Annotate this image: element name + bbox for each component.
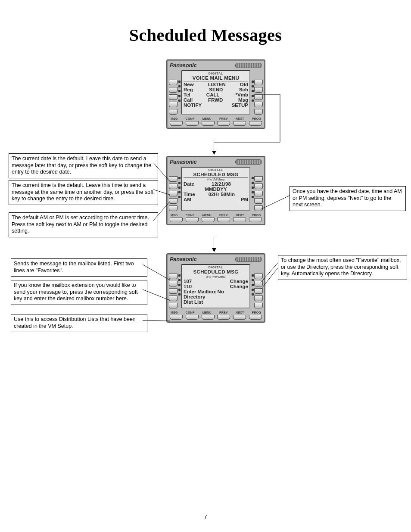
- soft-key[interactable]: [254, 102, 263, 107]
- soft-key[interactable]: [169, 296, 177, 301]
- bottom-key[interactable]: [170, 121, 183, 126]
- led-dot: [252, 95, 254, 97]
- softkey-column: [254, 70, 263, 115]
- lcd-hint: # to VM Menu: [184, 178, 248, 181]
- led-dot: [252, 274, 254, 277]
- lcd-title: VOICE MAIL MENU: [184, 75, 248, 81]
- bottom-key[interactable]: [170, 315, 183, 320]
- speaker-grille: [235, 63, 262, 68]
- led-dot: [178, 191, 181, 193]
- soft-key[interactable]: [254, 281, 263, 286]
- bottom-key-label: MSG: [171, 311, 178, 314]
- soft-key[interactable]: [169, 176, 177, 182]
- led-dot: [178, 293, 181, 296]
- soft-key[interactable]: [169, 288, 177, 294]
- bottom-key-label: CONF: [186, 311, 195, 314]
- phone-scheduled-msg-date: PanasonicDIGITALSCHEDULED MSG# to VM Men…: [166, 156, 265, 225]
- bottom-key[interactable]: [186, 218, 199, 222]
- page-title: Scheduled Messages: [0, 25, 411, 45]
- callout-send: Sends the message to the mailbox listed.…: [11, 258, 147, 277]
- soft-key[interactable]: [254, 274, 263, 279]
- led-column: [177, 167, 181, 211]
- bottom-key-row: MSGCONFMENUPREVNEXTPROG: [167, 116, 265, 128]
- soft-key[interactable]: [254, 109, 263, 115]
- bottom-key[interactable]: [202, 315, 215, 320]
- led-dot: [252, 289, 254, 291]
- led-dot: [178, 95, 181, 97]
- soft-key[interactable]: [169, 191, 177, 196]
- bottom-key[interactable]: [202, 218, 215, 222]
- phone-top: Panasonic: [167, 254, 265, 263]
- bottom-key-label: MENU: [202, 214, 211, 217]
- callout-time: The current time is the default. Leave t…: [9, 180, 158, 205]
- lcd-row: 110Change: [184, 284, 248, 289]
- soft-key[interactable]: [254, 94, 263, 100]
- soft-key[interactable]: [254, 303, 263, 308]
- soft-key[interactable]: [169, 281, 177, 286]
- bottom-key[interactable]: [249, 218, 262, 222]
- arrowhead-icon: [212, 248, 216, 252]
- bottom-key[interactable]: [233, 121, 246, 126]
- bottom-key-label: MENU: [202, 311, 211, 314]
- bottom-key[interactable]: [249, 315, 262, 320]
- bottom-key[interactable]: [217, 218, 230, 222]
- soft-key[interactable]: [169, 205, 177, 211]
- bottom-key-label: MSG: [171, 214, 178, 217]
- soft-key[interactable]: [254, 296, 263, 301]
- soft-key[interactable]: [169, 87, 177, 93]
- led-dot: [252, 177, 254, 179]
- soft-key[interactable]: [254, 87, 263, 93]
- speaker-grille: [235, 159, 262, 165]
- bottom-key-label: CONF: [186, 117, 195, 120]
- bottom-key[interactable]: [249, 121, 262, 126]
- bottom-key[interactable]: [186, 121, 199, 126]
- bottom-key[interactable]: [233, 315, 246, 320]
- led-dot: [252, 196, 254, 198]
- soft-key[interactable]: [169, 184, 177, 189]
- softkey-column: [169, 70, 177, 115]
- soft-key[interactable]: [254, 288, 263, 294]
- soft-key[interactable]: [254, 80, 263, 85]
- led-column: [251, 70, 254, 115]
- soft-key[interactable]: [254, 205, 263, 211]
- bottom-key[interactable]: [170, 218, 183, 222]
- bottom-key[interactable]: [217, 121, 230, 126]
- soft-key[interactable]: [169, 198, 177, 204]
- led-column: [177, 70, 181, 115]
- brand-label: Panasonic: [170, 62, 196, 68]
- soft-key[interactable]: [254, 176, 263, 182]
- soft-key[interactable]: [169, 102, 177, 107]
- soft-key[interactable]: [254, 191, 263, 196]
- led-dot: [178, 182, 181, 184]
- bottom-key-label: PROG: [252, 214, 261, 217]
- lcd-screen: DIGITALSCHEDULED MSG# to VM MenuDate12/2…: [181, 167, 250, 211]
- lcd-subheader: DIGITAL: [184, 168, 248, 171]
- lcd-subheader: DIGITAL: [184, 266, 248, 269]
- phone-top: Panasonic: [167, 60, 265, 69]
- soft-key[interactable]: [169, 303, 177, 308]
- led-dot: [252, 191, 254, 193]
- led-dot: [252, 90, 254, 92]
- lcd-row: NewLISTENOld: [184, 82, 248, 87]
- led-column: [177, 264, 181, 308]
- soft-key[interactable]: [254, 198, 263, 204]
- bottom-key[interactable]: [217, 315, 230, 320]
- soft-key[interactable]: [169, 94, 177, 100]
- lcd-row: MMDDYY: [184, 187, 248, 192]
- soft-key[interactable]: [254, 184, 263, 189]
- lcd-row: NOTIFYSETUP: [184, 103, 248, 108]
- bottom-key-label: PROG: [252, 311, 261, 314]
- lcd-screen: DIGITALSCHEDULED MSG# to Prev Menu107Cha…: [181, 264, 250, 308]
- bottom-key[interactable]: [202, 121, 215, 126]
- led-dot: [178, 100, 181, 102]
- lcd-row: AMPM: [184, 197, 248, 202]
- lcd-row: RegSENDSch: [184, 87, 248, 92]
- bottom-key[interactable]: [233, 218, 246, 222]
- soft-key[interactable]: [169, 109, 177, 115]
- led-dot: [178, 177, 181, 179]
- soft-key[interactable]: [169, 80, 177, 85]
- lcd-title: SCHEDULED MSG: [184, 269, 248, 275]
- soft-key[interactable]: [169, 274, 177, 279]
- led-dot: [252, 187, 254, 189]
- bottom-key[interactable]: [186, 315, 199, 320]
